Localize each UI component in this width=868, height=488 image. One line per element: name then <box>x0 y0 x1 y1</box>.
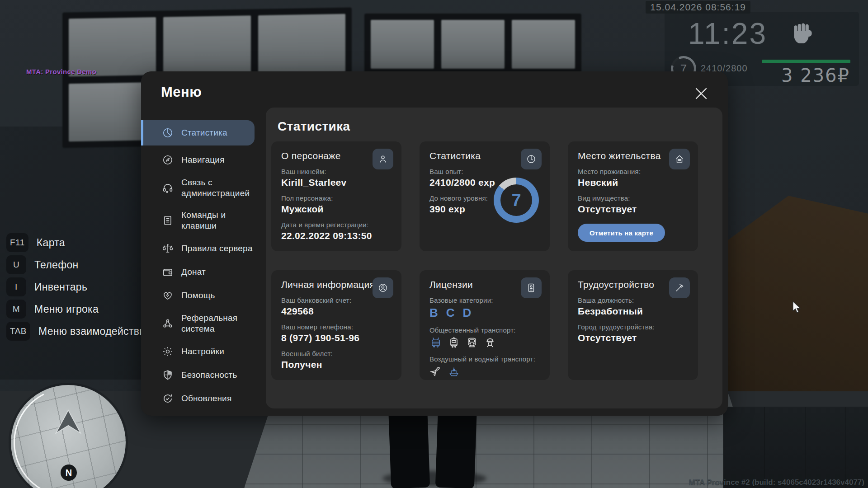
sidebar-item-help[interactable]: Помощь <box>141 286 255 305</box>
tram-icon <box>448 336 460 349</box>
mark-on-map-button[interactable]: Отметить на карте <box>578 224 665 242</box>
menu-window: Меню Статистика Навигация <box>141 71 728 416</box>
sidebar-item-referral[interactable]: Реферальная система <box>141 310 255 337</box>
field-registration: Дата и время регистрации: 22.02.2022 09:… <box>281 221 392 241</box>
pickaxe-icon <box>669 277 690 298</box>
sidebar-item-server-rules[interactable]: Правила сервера <box>141 239 255 258</box>
keybind-interaction-menu: TAB Меню взаимодействия <box>6 323 151 340</box>
headset-icon <box>162 182 174 194</box>
keybind-phone: U Телефон <box>6 256 151 273</box>
screen: MTA: Province Demo 15.04.2026 08:56:19 1… <box>0 0 868 488</box>
level-number: 7 <box>511 191 521 210</box>
hud-money-bar <box>762 60 850 63</box>
field-public-transport: Общественный транспорт: <box>429 326 540 349</box>
profile-icon <box>373 277 393 298</box>
update-icon <box>162 393 174 404</box>
field-job-city: Город трудоустройства: Отсутствует <box>578 323 688 343</box>
field-air-water-transport: Воздушный и водный транспорт: <box>429 355 540 378</box>
field-job: Ваша должность: Безработный <box>578 296 688 317</box>
document-icon <box>162 215 174 226</box>
key-badge: M <box>6 300 26 319</box>
field-gender: Пол персонажа: Мужской <box>281 194 392 215</box>
shield-icon <box>162 369 174 381</box>
trolleybus-icon <box>429 336 442 349</box>
house-icon <box>669 149 690 169</box>
category-c: C <box>446 306 455 320</box>
card-personal-info: Личная информация Ваш банковский счет: 4… <box>271 270 401 380</box>
heart-hands-icon <box>162 290 174 301</box>
metro-icon <box>466 336 478 349</box>
key-badge: I <box>6 277 26 296</box>
fist-icon <box>790 19 816 47</box>
north-marker: N <box>61 465 77 481</box>
stats-cards: О персонаже Ваш никнейм: Kirill_Starleev… <box>271 141 698 380</box>
license-card-icon <box>521 277 542 298</box>
card-employment: Трудоустройство Ваша должность: Безработ… <box>568 270 698 380</box>
card-residence: Место жительства Место проживания: Невск… <box>568 141 698 251</box>
field-military-id: Военный билет: Получен <box>281 350 392 370</box>
sidebar: Статистика Навигация Связь с администрац… <box>141 120 255 408</box>
hud-money: 3 236₽ <box>781 65 850 86</box>
sidebar-item-updates[interactable]: Обновления <box>141 389 255 408</box>
field-phone: Ваш номер телефона: 8 (977) 190-51-96 <box>281 323 392 343</box>
keybind-hints: F11 Карта U Телефон I Инвентарь M Меню и… <box>6 234 151 340</box>
watermark: MTA: Province Demo <box>26 68 96 75</box>
ship-icon <box>448 365 460 378</box>
network-icon <box>162 318 174 329</box>
mouse-cursor <box>792 301 802 314</box>
level-progress-ring: 7 <box>494 178 539 223</box>
field-base-categories: Базовые категории: B C D <box>429 296 540 320</box>
field-nickname: Ваш никнейм: Kirill_Starleev <box>281 168 392 188</box>
sidebar-item-settings[interactable]: Настройки <box>141 343 255 361</box>
person-icon <box>373 149 393 169</box>
gear-icon <box>162 346 174 357</box>
field-property: Вид имущества: Отсутствует <box>578 194 688 215</box>
sidebar-item-statistics[interactable]: Статистика <box>141 120 255 145</box>
pie-chart-icon <box>162 127 174 139</box>
content-panel: Статистика О персонаже Ваш никнейм: Kiri… <box>266 108 722 408</box>
field-bank-account: Ваш банковский счет: 429568 <box>281 296 392 317</box>
keybind-inventory: I Инвентарь <box>6 278 151 296</box>
conductor-icon <box>484 336 496 349</box>
sidebar-item-commands-keys[interactable]: Команды и клавиши <box>141 207 255 234</box>
card-statistics: Статистика Ваш опыт: 2410/2800 exp До но… <box>420 141 550 251</box>
stats-clock-icon <box>521 149 542 169</box>
content-title: Статистика <box>278 119 350 134</box>
build-info: MTA Province #2 (build: s4065c4023r1436v… <box>689 478 864 487</box>
wallet-icon <box>162 266 174 278</box>
close-icon[interactable] <box>693 86 709 101</box>
keybind-map: F11 Карта <box>6 234 151 251</box>
category-d: D <box>463 306 472 320</box>
sidebar-item-security[interactable]: Безопасность <box>141 366 255 384</box>
compass-arrow-icon <box>53 408 83 436</box>
sidebar-item-navigation[interactable]: Навигация <box>141 151 255 169</box>
key-badge: U <box>6 255 26 274</box>
card-licenses: Лицензии Базовые категории: B C D Общест <box>420 270 550 380</box>
compass-icon <box>162 154 174 166</box>
scales-icon <box>162 243 174 254</box>
sidebar-item-donate[interactable]: Донат <box>141 263 255 281</box>
card-character: О персонаже Ваш никнейм: Kirill_Starleev… <box>271 141 401 251</box>
hud-clock: 11:23 <box>688 16 767 51</box>
sidebar-item-admin-contact[interactable]: Связь с администрацией <box>141 174 255 202</box>
plane-icon <box>429 365 442 378</box>
category-b: B <box>429 306 438 320</box>
keybind-player-menu: M Меню игрока <box>6 300 151 318</box>
key-badge: F11 <box>6 233 28 252</box>
menu-title: Меню <box>161 84 202 100</box>
key-badge: TAB <box>6 322 30 341</box>
field-residence: Место проживания: Невский <box>578 168 688 188</box>
